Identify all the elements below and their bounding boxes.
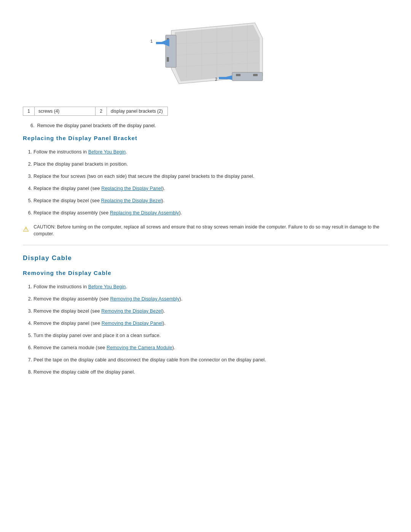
step-6-remove: 6. Remove the display panel brackets off… (23, 122, 388, 129)
removing-cable-step-5: Turn the display panel over and place it… (33, 332, 388, 339)
part-number-1: 1 (23, 107, 35, 116)
replacing-step-4: Replace the display panel (see Replacing… (33, 185, 388, 192)
part-label-2: display panel brackets (2) (107, 107, 168, 116)
section-heading-replacing: Replacing the Display Panel Bracket (23, 135, 388, 141)
svg-rect-14 (236, 74, 241, 76)
removing-camera-module-link[interactable]: Removing the Camera Module (107, 345, 172, 350)
svg-rect-19 (219, 77, 232, 79)
removing-cable-step-8: Remove the display cable off the display… (33, 368, 388, 376)
replacing-step-3: Replace the four screws (two on each sid… (33, 173, 388, 180)
replacing-step-2: Place the display panel brackets in posi… (33, 160, 388, 168)
svg-text:1: 1 (150, 39, 153, 43)
diagram-image: 1 2 (141, 15, 270, 99)
parts-table: 1 screws (4) 2 display panel brackets (2… (23, 107, 168, 116)
section-divider (23, 245, 388, 245)
replacing-step-5: Replace the display bezel (see Replacing… (33, 197, 388, 204)
caution-box: ⚠ CAUTION: Before turning on the compute… (23, 224, 388, 237)
removing-display-bezel-link[interactable]: Removing the Display Bezel (101, 308, 162, 314)
svg-text:2: 2 (215, 77, 217, 81)
replacing-display-assembly-link[interactable]: Replacing the Display Assembly (110, 210, 179, 216)
part-number-2: 2 (96, 107, 107, 116)
replacing-step-1: Follow the instructions in Before You Be… (33, 148, 388, 156)
replacing-display-panel-link[interactable]: Replacing the Display Panel (101, 186, 162, 191)
removing-cable-step-1: Follow the instructions in Before You Be… (33, 283, 388, 291)
svg-rect-15 (253, 74, 258, 76)
replacing-step-6: Replace the display assembly (see Replac… (33, 209, 388, 217)
part-label-1: screws (4) (35, 107, 96, 116)
replacing-display-bezel-link[interactable]: Replacing the Display Bezel (101, 198, 162, 203)
removing-cable-step-7: Peel the tape on the display cable and d… (33, 356, 388, 364)
svg-rect-12 (167, 57, 169, 62)
caution-icon: ⚠ (23, 224, 29, 235)
removing-cable-step-6: Remove the camera module (see Removing t… (33, 344, 388, 351)
removing-cable-step-2: Remove the display assembly (see Removin… (33, 295, 388, 303)
svg-rect-13 (232, 72, 263, 81)
removing-cable-step-3: Remove the display bezel (see Removing t… (33, 307, 388, 315)
removing-cable-step-4: Remove the display panel (see Removing t… (33, 320, 388, 327)
diagram-container: 1 2 (23, 15, 388, 99)
replacing-steps-list: Follow the instructions in Before You Be… (23, 148, 388, 217)
removing-cable-steps-list: Follow the instructions in Before You Be… (23, 283, 388, 376)
table-row: 1 screws (4) 2 display panel brackets (2… (23, 107, 168, 116)
major-heading-display-cable: Display Cable (23, 254, 388, 262)
section-heading-removing-cable: Removing the Display Cable (23, 270, 388, 276)
svg-rect-17 (156, 42, 169, 44)
caution-text: CAUTION: Before turning on the computer,… (33, 224, 388, 237)
before-you-begin-link-1[interactable]: Before You Begin (88, 149, 126, 155)
removing-display-panel-link[interactable]: Removing the Display Panel (102, 321, 162, 326)
removing-display-assembly-link[interactable]: Removing the Display Assembly (110, 296, 179, 302)
before-you-begin-link-2[interactable]: Before You Begin (88, 284, 126, 289)
